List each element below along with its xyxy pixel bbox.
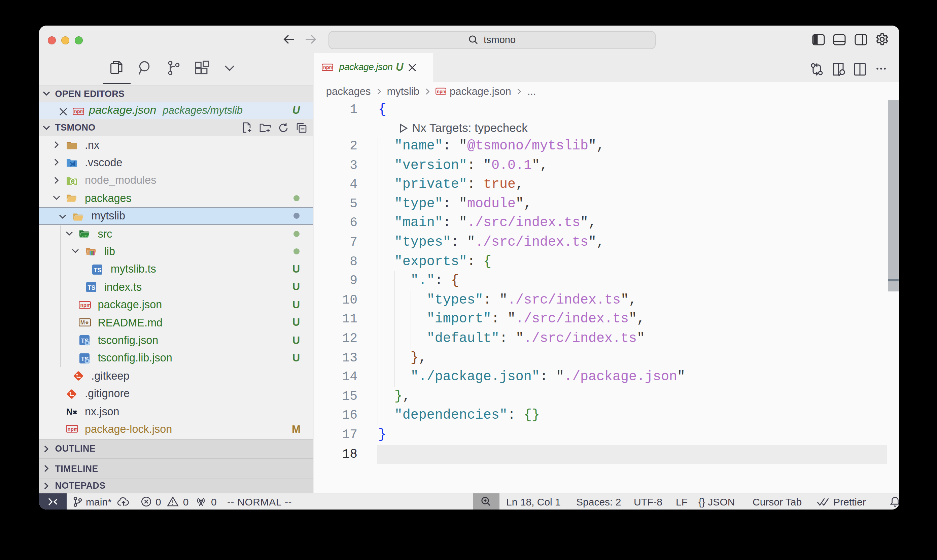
svg-text:npm: npm <box>74 109 84 114</box>
svg-text:</>: </> <box>82 234 89 239</box>
svg-text:npm: npm <box>437 89 446 94</box>
svg-text:npm: npm <box>68 426 78 432</box>
svg-text:npm: npm <box>80 302 91 308</box>
svg-text:M: M <box>80 320 85 325</box>
svg-text:TS: TS <box>88 285 95 291</box>
svg-text:npm: npm <box>323 65 333 70</box>
svg-text:TS: TS <box>94 267 102 274</box>
svg-text:JS: JS <box>71 180 76 183</box>
svg-text:N: N <box>66 407 72 416</box>
